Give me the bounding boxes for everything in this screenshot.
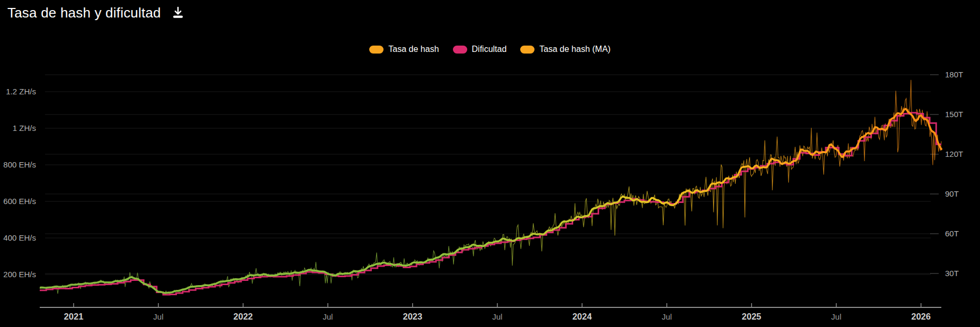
legend-label-hashrate: Tasa de hash: [388, 45, 439, 54]
legend-swatch-difficulty: [453, 46, 467, 54]
difficulty-line: [40, 113, 941, 295]
x-axis-label: 2021: [64, 312, 84, 321]
y-axis-right-label: 30T: [945, 269, 959, 278]
y-axis-right-labels: 180T150T120T90T60T30T: [945, 70, 963, 278]
x-axis-labels: 2021Jul2022Jul2023Jul2024Jul2025Jul2026: [64, 312, 931, 321]
y-axis-right-ticks: [930, 75, 939, 273]
legend-item-hashrate[interactable]: Tasa de hash: [369, 45, 439, 54]
y-axis-left-label: 600 EH/s: [3, 197, 36, 206]
legend-label-difficulty: Dificultad: [472, 45, 507, 54]
y-axis-left-labels: 1.2 ZH/s1 ZH/s800 EH/s600 EH/s400 EH/s20…: [3, 87, 36, 279]
legend-label-hashrate-ma: Tasa de hash (MA): [539, 45, 610, 54]
legend-item-difficulty[interactable]: Dificultad: [453, 45, 507, 54]
y-axis-left-label: 1.2 ZH/s: [6, 87, 36, 96]
legend: Tasa de hash Dificultad Tasa de hash (MA…: [0, 45, 980, 54]
x-axis-label: 2023: [403, 312, 422, 321]
x-axis-label: 2022: [234, 312, 253, 321]
hashrate-ma-line: [40, 109, 941, 293]
y-axis-right-label: 180T: [945, 70, 963, 79]
y-axis-left-label: 800 EH/s: [3, 160, 36, 169]
legend-swatch-hashrate: [369, 46, 384, 54]
y-axis-left-label: 200 EH/s: [3, 270, 36, 279]
page-title: Tasa de hash y dificultad: [7, 5, 161, 21]
y-axis-left-label: 400 EH/s: [3, 233, 36, 242]
legend-item-hashrate-ma[interactable]: Tasa de hash (MA): [520, 45, 610, 54]
y-axis-right-label: 120T: [945, 149, 963, 158]
y-axis-right-label: 90T: [945, 189, 959, 198]
x-axis-label: 2026: [911, 312, 931, 321]
y-axis-right-label: 60T: [945, 229, 959, 238]
x-axis: [40, 303, 941, 307]
y-axis-left-label: 1 ZH/s: [13, 123, 36, 132]
x-axis-label: Jul: [323, 312, 333, 321]
x-axis-label: Jul: [153, 312, 163, 321]
download-icon: [171, 5, 185, 20]
page: { "header": { "title": "Tasa de hash y d…: [0, 0, 980, 327]
x-axis-label: Jul: [662, 312, 672, 321]
x-axis-label: Jul: [831, 312, 841, 321]
download-button[interactable]: [170, 4, 186, 21]
hashrate-raw-line: [40, 80, 941, 294]
chart-header: Tasa de hash y dificultad: [7, 4, 186, 21]
x-axis-label: Jul: [492, 312, 502, 321]
x-axis-label: 2025: [742, 312, 761, 321]
x-axis-label: 2024: [572, 312, 592, 321]
y-axis-right-label: 150T: [945, 110, 963, 119]
legend-swatch-hashrate-ma: [520, 46, 534, 54]
